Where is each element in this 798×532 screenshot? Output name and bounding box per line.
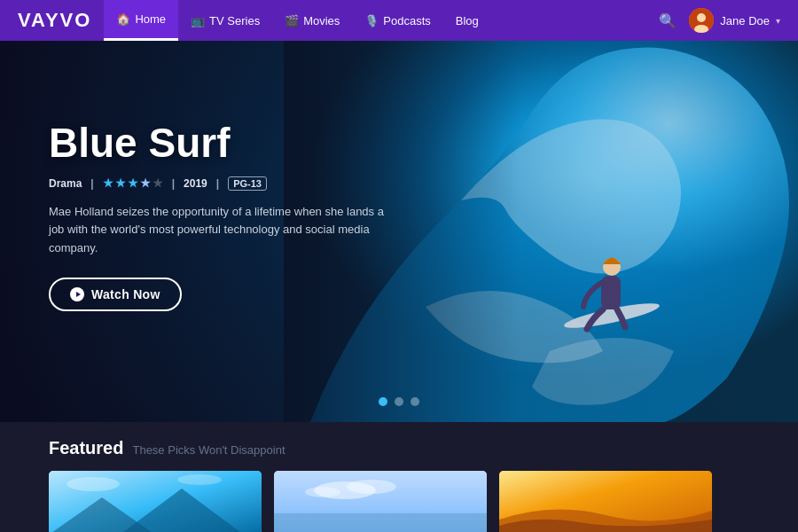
nav-right: 🔍 Jane Doe ▾: [659, 8, 780, 33]
home-icon: 🏠: [116, 12, 130, 26]
search-button[interactable]: 🔍: [659, 12, 677, 29]
meta-sep-3: |: [216, 177, 219, 190]
hero-title: Blue Surf: [49, 121, 386, 166]
avatar: [689, 8, 714, 33]
rating-badge: PG-13: [228, 176, 267, 191]
hero-description: Mae Holland seizes the opportunity of a …: [49, 203, 386, 258]
star-4: ★: [140, 176, 151, 190]
featured-card-1[interactable]: [49, 471, 262, 532]
hero-section: Blue Surf Drama | ★ ★ ★ ★ ★ | 2019 | PG-…: [0, 41, 798, 422]
mic-icon: 🎙️: [364, 14, 379, 27]
hero-year: 2019: [184, 177, 207, 190]
brand-logo[interactable]: VAYVO: [18, 9, 91, 32]
nav-item-movies[interactable]: 🎬 Movies: [272, 0, 352, 41]
svg-rect-13: [274, 513, 487, 532]
hero-content: Blue Surf Drama | ★ ★ ★ ★ ★ | 2019 | PG-…: [49, 121, 386, 311]
nav-item-tv-series[interactable]: 📺 TV Series: [178, 0, 272, 41]
nav-label-movies: Movies: [303, 14, 340, 27]
nav-label-tv: TV Series: [209, 14, 260, 27]
nav-links: 🏠 Home 📺 TV Series 🎬 Movies 🎙️ Podcasts …: [104, 0, 659, 41]
nav-label-blog: Blog: [456, 14, 479, 27]
carousel-dot-3[interactable]: [411, 397, 419, 406]
svg-point-10: [66, 477, 120, 491]
featured-cards: [49, 471, 749, 532]
star-2: ★: [115, 176, 126, 190]
carousel-dot-2[interactable]: [395, 397, 403, 406]
hero-meta: Drama | ★ ★ ★ ★ ★ | 2019 | PG-13: [49, 176, 386, 191]
username: Jane Doe: [720, 14, 770, 27]
meta-sep-1: |: [90, 177, 93, 190]
user-menu[interactable]: Jane Doe ▾: [689, 8, 780, 33]
svg-point-11: [177, 474, 222, 485]
featured-subtitle: These Picks Won't Disappoint: [132, 443, 285, 457]
star-rating: ★ ★ ★ ★ ★: [103, 176, 163, 190]
star-3: ★: [128, 176, 138, 190]
watch-btn-label: Watch Now: [91, 287, 160, 301]
star-5: ★: [153, 176, 163, 190]
featured-title: Featured: [49, 438, 123, 458]
featured-section: Featured These Picks Won't Disappoint: [0, 422, 798, 532]
svg-point-16: [305, 487, 340, 497]
featured-header: Featured These Picks Won't Disappoint: [49, 438, 749, 458]
hero-genre: Drama: [49, 177, 82, 190]
carousel-dot-1[interactable]: [379, 397, 387, 406]
featured-card-2[interactable]: [274, 471, 487, 532]
tv-icon: 📺: [191, 14, 205, 27]
watch-now-button[interactable]: Watch Now: [49, 278, 182, 311]
nav-item-blog[interactable]: Blog: [443, 0, 491, 41]
nav-item-podcasts[interactable]: 🎙️ Podcasts: [352, 0, 442, 41]
svg-point-1: [697, 13, 706, 22]
star-1: ★: [103, 176, 113, 190]
nav-item-home[interactable]: 🏠 Home: [104, 0, 178, 41]
nav-label-podcasts: Podcasts: [383, 14, 430, 27]
hero-carousel-dots: [379, 397, 419, 406]
nav-label-home: Home: [135, 12, 166, 26]
navbar: VAYVO 🏠 Home 📺 TV Series 🎬 Movies 🎙️ Pod…: [0, 0, 798, 41]
chevron-down-icon: ▾: [776, 16, 780, 26]
play-icon: [70, 287, 84, 301]
meta-sep-2: |: [172, 177, 175, 190]
featured-card-3[interactable]: [499, 471, 712, 532]
svg-point-15: [347, 480, 396, 494]
film-icon: 🎬: [285, 14, 299, 27]
